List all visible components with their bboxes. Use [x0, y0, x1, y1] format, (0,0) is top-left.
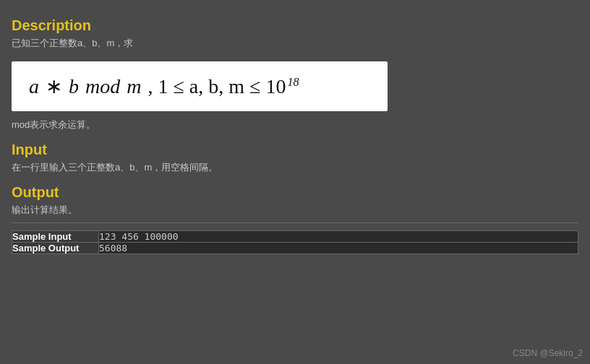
sample-input-row: Sample Input 123 456 100000	[12, 231, 578, 243]
formula-mod: mod	[85, 75, 125, 98]
sample-input-value: 123 456 100000	[99, 231, 578, 243]
description-title: Description	[12, 17, 578, 34]
formula-m: m	[127, 75, 141, 98]
formula-comma: , 1 ≤ a, b, m ≤ 10	[148, 75, 286, 98]
formula-text: a ∗ b mod m , 1 ≤ a, b, m ≤ 1018	[29, 74, 370, 98]
formula-a: a	[29, 75, 39, 98]
description-subtitle: 已知三个正整数a、b、m，求	[12, 37, 578, 50]
formula-multiply: ∗	[46, 75, 67, 98]
input-title: Input	[12, 142, 578, 158]
page-content: Description 已知三个正整数a、b、m，求 a ∗ b mod m ,…	[0, 0, 590, 283]
formula-exponent: 18	[287, 76, 299, 88]
sample-output-row: Sample Output 56088	[12, 243, 578, 254]
input-subtitle: 在一行里输入三个正整数a、b、m，用空格间隔。	[12, 161, 578, 174]
sample-table: Sample Input 123 456 100000 Sample Outpu…	[12, 230, 578, 254]
sample-input-label: Sample Input	[12, 231, 99, 243]
formula-box: a ∗ b mod m , 1 ≤ a, b, m ≤ 1018	[12, 61, 388, 111]
description-note: mod表示求余运算。	[12, 118, 578, 131]
sample-output-value: 56088	[99, 243, 578, 254]
divider	[12, 222, 578, 223]
output-title: Output	[12, 184, 578, 201]
sample-output-label: Sample Output	[12, 243, 99, 254]
watermark: CSDN @Sekiro_2	[513, 348, 583, 358]
output-subtitle: 输出计算结果。	[12, 204, 578, 217]
formula-b: b	[69, 75, 79, 98]
